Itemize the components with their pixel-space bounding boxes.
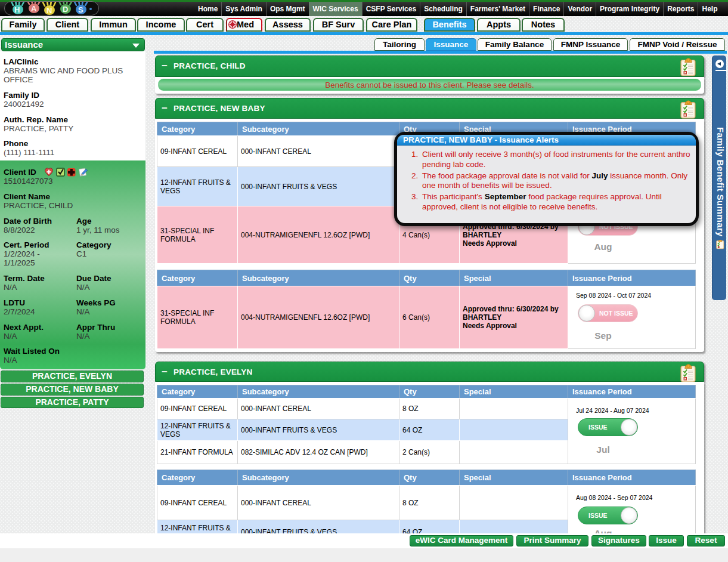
svg-text:N: N <box>47 6 52 15</box>
svg-text:D: D <box>63 5 68 14</box>
svg-text:H: H <box>14 5 20 14</box>
svg-text:A: A <box>31 4 37 13</box>
svg-text:S: S <box>78 5 83 14</box>
